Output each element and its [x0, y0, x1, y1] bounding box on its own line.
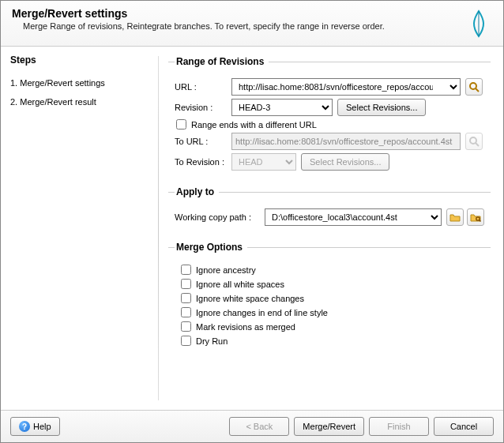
diff-url-checkbox[interactable]	[176, 119, 186, 130]
apply-fieldset: Apply to Working copy path : D:\officest…	[168, 186, 491, 232]
options-legend: Merge Options	[175, 242, 247, 253]
folder-open-icon	[449, 212, 461, 223]
opt-mark-merged-checkbox[interactable]	[181, 321, 191, 332]
wc-label: Working copy path :	[175, 212, 265, 222]
wc-path-combo[interactable]: D:\officestore_local3\account.4st	[265, 208, 442, 226]
sidebar-step-1[interactable]: 1. Merge/Revert settings	[10, 78, 149, 88]
main: Steps 1. Merge/Revert settings 2. Merge/…	[1, 47, 503, 410]
svg-point-2	[470, 137, 476, 144]
browse-folder-button[interactable]	[467, 208, 484, 226]
opt-ignore-eol-checkbox[interactable]	[181, 307, 191, 317]
search-icon	[468, 81, 480, 92]
sidebar: Steps 1. Merge/Revert settings 2. Merge/…	[1, 47, 159, 410]
cancel-button[interactable]: Cancel	[434, 417, 494, 436]
page-subtitle: Merge Range of revisions, Reintegrate br…	[23, 21, 492, 31]
to-revision-label: To Revision :	[175, 157, 231, 167]
finish-button: Finish	[369, 417, 429, 436]
browse-to-url-button	[465, 133, 483, 150]
folder-search-icon	[470, 212, 481, 223]
revision-label: Revision :	[175, 103, 231, 112]
help-button[interactable]: ? Help	[10, 417, 60, 436]
back-button: < Back	[229, 417, 289, 436]
opt-label: Ignore changes in end of line style	[196, 308, 328, 317]
opt-ignore-all-ws-checkbox[interactable]	[181, 279, 191, 289]
svg-line-3	[476, 143, 479, 146]
svg-line-1	[476, 88, 479, 92]
search-icon	[468, 136, 480, 147]
open-folder-button[interactable]	[446, 208, 464, 226]
opt-ignore-ws-changes-checkbox[interactable]	[181, 293, 191, 303]
opt-label: Ignore all white spaces	[196, 280, 284, 289]
to-url-label: To URL :	[175, 137, 231, 146]
opt-label: Ignore ancestry	[196, 265, 256, 275]
sidebar-title: Steps	[10, 54, 149, 66]
to-revision-combo: HEAD	[231, 153, 296, 171]
merge-revert-button[interactable]: Merge/Revert	[294, 417, 364, 436]
range-fieldset: Range of Revisions URL : http://lisac.ho…	[168, 56, 491, 177]
page-title: Merge/Revert settings	[12, 7, 492, 20]
to-url-combo	[231, 133, 461, 150]
help-label: Help	[33, 422, 51, 431]
opt-label: Mark revisions as merged	[196, 322, 295, 332]
svg-point-0	[470, 83, 476, 89]
sidebar-step-2[interactable]: 2. Merge/Revert result	[10, 97, 149, 107]
app-logo	[465, 9, 492, 40]
browse-url-button[interactable]	[465, 78, 483, 96]
opt-label: Ignore white space changes	[196, 294, 304, 303]
opt-ignore-ancestry-checkbox[interactable]	[181, 265, 191, 275]
url-label: URL :	[175, 82, 231, 92]
options-fieldset: Merge Options Ignore ancestry Ignore all…	[168, 242, 491, 353]
content: Range of Revisions URL : http://lisac.ho…	[159, 47, 503, 410]
opt-dry-run-checkbox[interactable]	[181, 336, 191, 346]
apply-legend: Apply to	[175, 186, 219, 197]
opt-label: Dry Run	[196, 336, 228, 346]
help-icon: ?	[19, 421, 30, 432]
revision-combo[interactable]: HEAD-3	[231, 99, 333, 116]
diff-url-label: Range ends with a different URL	[191, 120, 317, 130]
url-combo[interactable]: http://lisac.home:8081/svn/officestore_r…	[231, 78, 461, 96]
footer: ? Help < Back Merge/Revert Finish Cancel	[1, 410, 503, 442]
select-revisions-button[interactable]: Select Revisions...	[337, 99, 426, 116]
range-legend: Range of Revisions	[175, 56, 269, 67]
to-select-revisions-button: Select Revisions...	[301, 153, 389, 171]
header: Merge/Revert settings Merge Range of rev…	[1, 1, 503, 47]
